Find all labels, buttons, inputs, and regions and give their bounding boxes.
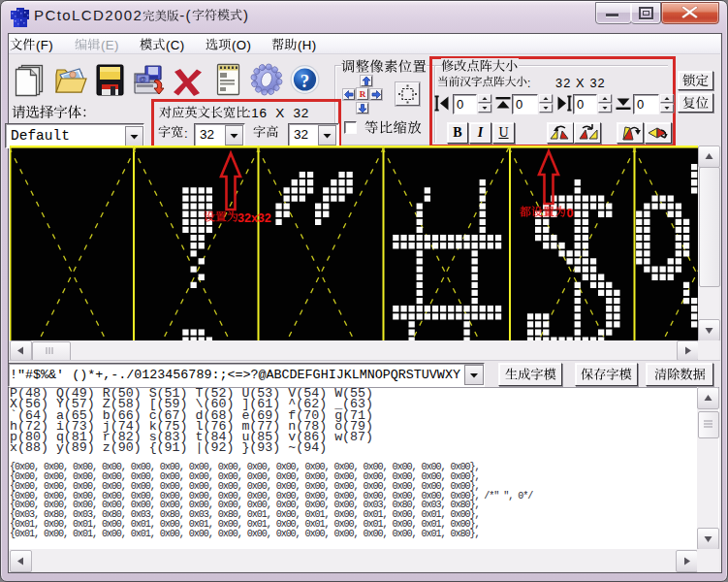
svg-text:@: @ [139,75,146,83]
svg-text:?: ? [301,71,310,91]
